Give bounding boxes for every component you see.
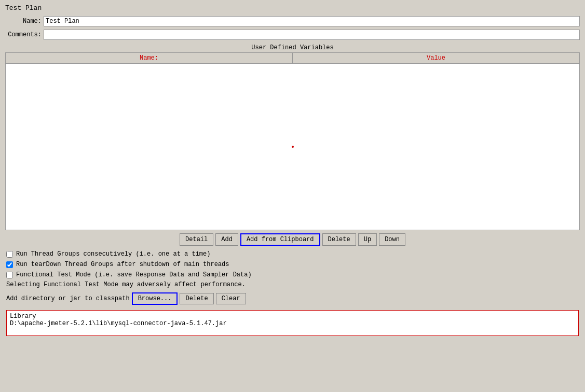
run-thread-groups-row: Run Thread Groups consecutively (i.e. on… bbox=[2, 249, 583, 259]
column-value: Value bbox=[293, 53, 579, 63]
table-dot-indicator bbox=[292, 146, 294, 148]
name-input[interactable] bbox=[44, 16, 580, 26]
functional-test-row: Functional Test Mode (i.e. save Response… bbox=[2, 270, 583, 280]
variables-table: Name: Value bbox=[5, 52, 580, 230]
run-thread-groups-checkbox[interactable] bbox=[6, 251, 13, 258]
functional-test-checkbox[interactable] bbox=[6, 272, 13, 278]
main-window: Test Plan Name: Comments: User Defined V… bbox=[0, 0, 585, 340]
run-thread-groups-label: Run Thread Groups consecutively (i.e. on… bbox=[16, 250, 210, 258]
delete-button[interactable]: Delete bbox=[322, 233, 356, 246]
functional-note: Selecting Functional Test Mode may adver… bbox=[2, 280, 583, 289]
run-teardown-label: Run tearDown Thread Groups after shutdow… bbox=[16, 261, 229, 268]
classpath-label: Add directory or jar to classpath bbox=[6, 295, 130, 302]
section-user-defined-title: User Defined Variables bbox=[2, 44, 583, 51]
add-from-clipboard-button[interactable]: Add from Clipboard bbox=[240, 233, 320, 246]
library-box: Library D:\apache-jmeter-5.2.1\lib\mysql… bbox=[6, 310, 579, 336]
name-row: Name: bbox=[2, 15, 583, 27]
library-header: Library bbox=[10, 313, 575, 320]
comments-label: Comments: bbox=[5, 31, 42, 38]
table-body bbox=[6, 64, 579, 230]
table-buttons-row: Detail Add Add from Clipboard Delete Up … bbox=[2, 230, 583, 249]
up-button[interactable]: Up bbox=[358, 233, 377, 246]
browse-button[interactable]: Browse... bbox=[132, 292, 178, 305]
detail-button[interactable]: Detail bbox=[180, 233, 213, 246]
add-button[interactable]: Add bbox=[215, 233, 238, 246]
run-teardown-checkbox[interactable] bbox=[6, 261, 13, 268]
comments-input[interactable] bbox=[44, 30, 580, 40]
clear-button[interactable]: Clear bbox=[216, 293, 246, 304]
classpath-delete-button[interactable]: Delete bbox=[180, 293, 213, 304]
classpath-row: Add directory or jar to classpath Browse… bbox=[2, 289, 583, 308]
name-label: Name: bbox=[5, 18, 42, 25]
page-title: Test Plan bbox=[2, 2, 583, 15]
functional-test-label: Functional Test Mode (i.e. save Response… bbox=[16, 271, 252, 278]
column-name: Name: bbox=[6, 53, 293, 63]
comments-row: Comments: bbox=[2, 29, 583, 41]
library-path: D:\apache-jmeter-5.2.1\lib\mysql-connect… bbox=[10, 320, 575, 327]
table-header: Name: Value bbox=[6, 53, 579, 64]
run-teardown-row: Run tearDown Thread Groups after shutdow… bbox=[2, 259, 583, 270]
down-button[interactable]: Down bbox=[379, 233, 405, 246]
